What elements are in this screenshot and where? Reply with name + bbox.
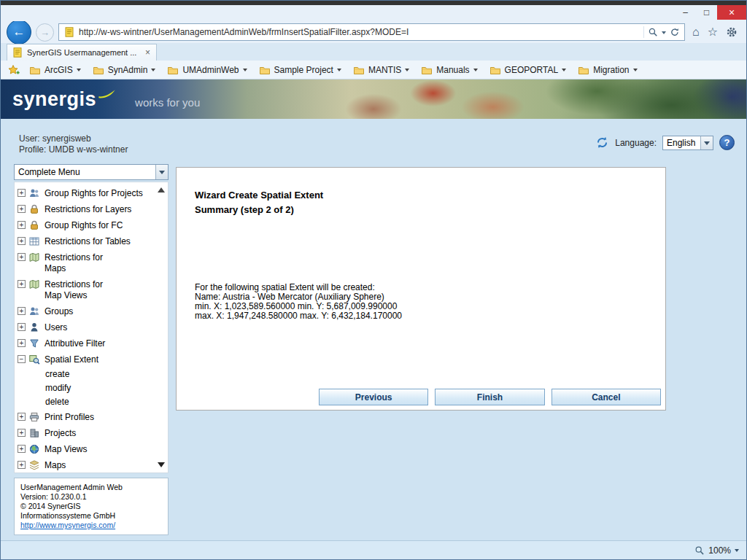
tree-expand-box[interactable]: + bbox=[18, 339, 26, 347]
tree-items: +Group Rights for Projects+Restrictions … bbox=[15, 182, 168, 473]
user-info: User: synergisweb Profile: UMDB w-ws-win… bbox=[19, 133, 128, 155]
status-bar: 100% bbox=[1, 540, 746, 559]
tree-item-group-rights-for-projects[interactable]: +Group Rights for Projects bbox=[18, 185, 156, 201]
scroll-down-button[interactable] bbox=[158, 462, 165, 467]
tree-item-groups[interactable]: +Groups bbox=[18, 303, 156, 319]
tree-item-restrictions-for-maps[interactable]: +Restrictions for Maps bbox=[18, 249, 156, 276]
favorites-item-label: UMAdminWeb bbox=[182, 65, 239, 75]
tree-expand-box[interactable]: + bbox=[18, 205, 26, 213]
tree-item-spatial-extent[interactable]: −Spatial Extent bbox=[18, 351, 156, 368]
summary-line: max. X: 1,947,248.580000 max. Y: 6,432,1… bbox=[195, 311, 402, 321]
tab-close-icon[interactable]: × bbox=[144, 47, 152, 58]
favorites-item-umadminweb[interactable]: UMAdminWeb bbox=[167, 64, 247, 76]
tab-title: SynerGIS Usermanagement ... bbox=[27, 48, 140, 57]
back-button[interactable]: ← bbox=[7, 20, 31, 44]
tree-item-restrictions-for-tables[interactable]: +Restrictions for Tables bbox=[18, 233, 156, 249]
tree-item-restrictions-for-map-views[interactable]: +Restrictions for Map Views bbox=[18, 276, 156, 303]
wizard-title: Wizard Create Spatial Extent bbox=[195, 188, 323, 203]
chrome-action-icons: ⌂ ☆ bbox=[689, 26, 740, 38]
filter-icon bbox=[28, 338, 42, 349]
user-value: synergisweb bbox=[42, 133, 91, 144]
spatial-extent-icon bbox=[28, 354, 42, 365]
favorites-item-synadmin[interactable]: SynAdmin bbox=[93, 64, 156, 76]
folder-icon bbox=[421, 64, 433, 76]
favorites-item-migration[interactable]: Migration bbox=[578, 64, 637, 76]
tree-expand-box[interactable]: + bbox=[18, 221, 26, 229]
window-titlebar[interactable]: – □ × bbox=[1, 5, 746, 21]
favorites-item-manuals[interactable]: Manuals bbox=[421, 64, 477, 76]
tree-item-maps[interactable]: +Maps bbox=[18, 457, 156, 473]
finish-button[interactable]: Finish bbox=[435, 389, 544, 405]
tree-item-print-profiles[interactable]: +Print Profiles bbox=[18, 409, 156, 425]
home-icon[interactable]: ⌂ bbox=[692, 26, 700, 38]
tree-item-attributive-filter[interactable]: +Attributive Filter bbox=[18, 335, 156, 351]
favorites-star-icon[interactable]: ☆ bbox=[708, 26, 718, 38]
refresh-icon[interactable] bbox=[670, 27, 680, 37]
add-favorite-icon[interactable] bbox=[8, 64, 20, 76]
tree-expand-box[interactable]: + bbox=[18, 445, 26, 453]
cancel-button[interactable]: Cancel bbox=[551, 389, 661, 405]
maximize-button[interactable]: □ bbox=[696, 5, 717, 20]
profile-label: Profile: bbox=[19, 144, 46, 155]
url-text[interactable]: http://w-ws-wintner/UserManagementAdminW… bbox=[79, 27, 640, 37]
scroll-up-button[interactable] bbox=[158, 187, 165, 192]
minimize-button[interactable]: – bbox=[675, 5, 696, 20]
tree-expand-box[interactable]: + bbox=[18, 237, 26, 245]
tree-item-projects[interactable]: +Projects bbox=[18, 425, 156, 441]
favorites-item-arcgis[interactable]: ArcGIS bbox=[29, 64, 81, 76]
language-select-value: English bbox=[663, 138, 700, 148]
tree-item-label: Group Rights for Projects bbox=[44, 187, 143, 199]
reload-icon[interactable] bbox=[595, 136, 609, 149]
tree-item-restrictions-for-layers[interactable]: +Restrictions for Layers bbox=[18, 201, 156, 217]
favorites-item-geoportal[interactable]: GEOPORTAL bbox=[489, 64, 567, 76]
favorites-item-mantis[interactable]: MANTIS bbox=[353, 64, 409, 76]
browser-tab[interactable]: SynerGIS Usermanagement ... × bbox=[7, 44, 157, 61]
tree-expand-box[interactable]: + bbox=[18, 323, 26, 331]
search-icon[interactable] bbox=[648, 27, 658, 37]
autocomplete-chevron-down-icon[interactable] bbox=[662, 31, 666, 36]
tree-expand-box[interactable]: + bbox=[18, 280, 26, 288]
tree-item-map-views[interactable]: +Map Views bbox=[18, 441, 156, 457]
tree-subitem-modify[interactable]: modify bbox=[18, 381, 156, 395]
language-select[interactable]: English bbox=[662, 136, 713, 150]
tab-bar: SynerGIS Usermanagement ... × bbox=[1, 43, 746, 61]
settings-gear-icon[interactable] bbox=[726, 26, 738, 38]
browser-toolbar: ← → http://w-ws-wintner/UserManagementAd… bbox=[1, 21, 746, 43]
tree-item-group-rights-for-fc[interactable]: +Group Rights for FC bbox=[18, 217, 156, 233]
tree-expand-box[interactable]: + bbox=[18, 253, 26, 261]
banner: synergis works for you bbox=[1, 79, 746, 119]
wizard-buttons: Previous Finish Cancel bbox=[319, 389, 661, 405]
address-bar[interactable]: http://w-ws-wintner/UserManagementAdminW… bbox=[58, 23, 685, 41]
tree-subitem-create[interactable]: create bbox=[18, 368, 156, 381]
favorites-item-label: Migration bbox=[593, 65, 629, 75]
browser-window: – □ × ← → http://w-ws-wintner/UserManage… bbox=[0, 0, 747, 560]
forward-button[interactable]: → bbox=[36, 23, 54, 42]
tree-item-label: Users bbox=[44, 322, 67, 333]
previous-button[interactable]: Previous bbox=[319, 389, 428, 405]
window-controls: – □ × bbox=[675, 5, 746, 20]
tree-expand-box[interactable]: + bbox=[18, 189, 26, 197]
tree-expand-box[interactable]: + bbox=[18, 429, 26, 437]
zoom-control[interactable]: 100% bbox=[694, 545, 739, 556]
language-select-button[interactable] bbox=[700, 136, 713, 149]
tree-expand-box[interactable]: + bbox=[18, 307, 26, 315]
close-button[interactable]: × bbox=[717, 5, 746, 20]
help-button[interactable]: ? bbox=[719, 135, 735, 150]
wizard-step: Summary (step 2 of 2) bbox=[195, 203, 323, 217]
table-icon bbox=[28, 236, 42, 247]
tree-expand-box[interactable]: + bbox=[18, 413, 26, 421]
favorites-item-label: MANTIS bbox=[368, 65, 401, 75]
tree-item-users[interactable]: +Users bbox=[18, 319, 156, 335]
tree-item-label: Print Profiles bbox=[44, 411, 94, 423]
chevron-down-icon bbox=[562, 69, 566, 74]
tree-expand-box[interactable]: + bbox=[18, 461, 26, 469]
folder-icon bbox=[353, 64, 365, 76]
menu-mode-select-button[interactable] bbox=[155, 165, 168, 179]
tree-subitem-delete[interactable]: delete bbox=[18, 395, 156, 409]
wizard-panel: Wizard Create Spatial Extent Summary (st… bbox=[176, 167, 666, 411]
favorites-item-sample-project[interactable]: Sample Project bbox=[259, 64, 341, 76]
tree-item-label: Restrictions for Maps bbox=[44, 252, 103, 274]
company-link[interactable]: http://www.mysynergis.com/ bbox=[20, 521, 162, 530]
menu-mode-select[interactable]: Complete Menu bbox=[14, 164, 169, 180]
tree-collapse-box[interactable]: − bbox=[18, 355, 26, 363]
